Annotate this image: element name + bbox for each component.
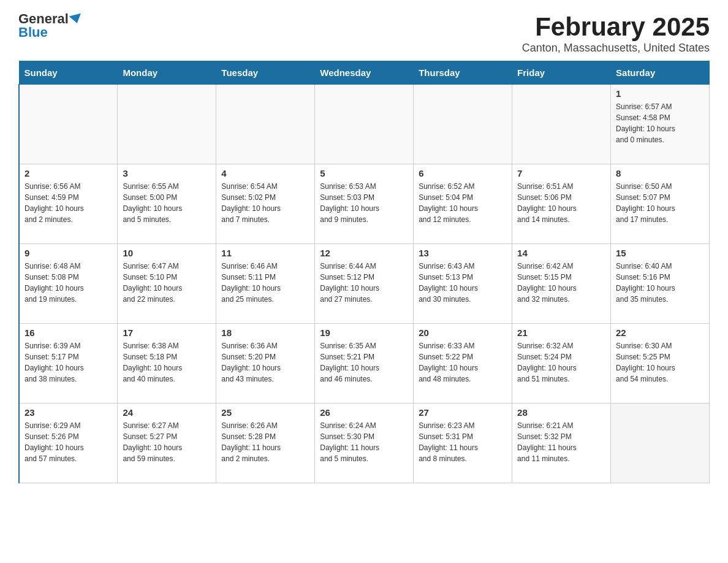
- day-number: 14: [517, 248, 605, 258]
- logo-blue-text: Blue: [18, 26, 48, 39]
- day-info: Sunrise: 6:57 AM Sunset: 4:58 PM Dayligh…: [616, 101, 704, 145]
- calendar-cell: 19Sunrise: 6:35 AM Sunset: 5:21 PM Dayli…: [315, 324, 414, 404]
- day-info: Sunrise: 6:36 AM Sunset: 5:20 PM Dayligh…: [221, 340, 309, 385]
- day-info: Sunrise: 6:56 AM Sunset: 4:59 PM Dayligh…: [25, 181, 112, 225]
- calendar-cell: 16Sunrise: 6:39 AM Sunset: 5:17 PM Dayli…: [19, 324, 118, 404]
- day-info: Sunrise: 6:55 AM Sunset: 5:00 PM Dayligh…: [123, 181, 211, 225]
- day-number: 21: [517, 327, 605, 338]
- week-row-0: 1Sunrise: 6:57 AM Sunset: 4:58 PM Daylig…: [19, 85, 710, 164]
- day-number: 24: [123, 407, 211, 418]
- day-number: 7: [517, 168, 605, 178]
- day-number: 28: [517, 407, 605, 418]
- calendar-cell: 7Sunrise: 6:51 AM Sunset: 5:06 PM Daylig…: [512, 164, 611, 244]
- day-info: Sunrise: 6:21 AM Sunset: 5:32 PM Dayligh…: [517, 420, 605, 464]
- calendar-cell: 9Sunrise: 6:48 AM Sunset: 5:08 PM Daylig…: [19, 244, 118, 324]
- calendar-cell: 14Sunrise: 6:42 AM Sunset: 5:15 PM Dayli…: [512, 244, 611, 324]
- calendar-cell: [414, 85, 512, 164]
- day-info: Sunrise: 6:40 AM Sunset: 5:16 PM Dayligh…: [616, 261, 704, 305]
- calendar-cell: 21Sunrise: 6:32 AM Sunset: 5:24 PM Dayli…: [512, 324, 611, 404]
- header-cell-saturday: Saturday: [611, 61, 710, 85]
- header-cell-thursday: Thursday: [414, 61, 512, 85]
- day-info: Sunrise: 6:52 AM Sunset: 5:04 PM Dayligh…: [419, 181, 507, 225]
- day-info: Sunrise: 6:44 AM Sunset: 5:12 PM Dayligh…: [320, 261, 408, 305]
- header-cell-friday: Friday: [512, 61, 611, 85]
- calendar-body: 1Sunrise: 6:57 AM Sunset: 4:58 PM Daylig…: [19, 85, 710, 483]
- day-info: Sunrise: 6:33 AM Sunset: 5:22 PM Dayligh…: [419, 340, 507, 385]
- calendar-cell: 6Sunrise: 6:52 AM Sunset: 5:04 PM Daylig…: [414, 164, 512, 244]
- calendar-cell: 27Sunrise: 6:23 AM Sunset: 5:31 PM Dayli…: [414, 404, 512, 483]
- logo-general-text: General: [18, 12, 69, 26]
- day-info: Sunrise: 6:48 AM Sunset: 5:08 PM Dayligh…: [25, 261, 112, 305]
- calendar-cell: [19, 85, 118, 164]
- week-row-4: 23Sunrise: 6:29 AM Sunset: 5:26 PM Dayli…: [19, 404, 710, 483]
- day-info: Sunrise: 6:47 AM Sunset: 5:10 PM Dayligh…: [123, 261, 211, 305]
- calendar-cell: 20Sunrise: 6:33 AM Sunset: 5:22 PM Dayli…: [414, 324, 512, 404]
- day-info: Sunrise: 6:51 AM Sunset: 5:06 PM Dayligh…: [517, 181, 605, 225]
- day-number: 20: [419, 327, 507, 338]
- calendar-header: SundayMondayTuesdayWednesdayThursdayFrid…: [19, 61, 710, 85]
- day-number: 3: [123, 168, 211, 178]
- calendar-table: SundayMondayTuesdayWednesdayThursdayFrid…: [18, 61, 710, 483]
- logo-triangle-icon: [69, 13, 83, 25]
- calendar-cell: 23Sunrise: 6:29 AM Sunset: 5:26 PM Dayli…: [19, 404, 118, 483]
- day-number: 10: [123, 248, 211, 258]
- day-info: Sunrise: 6:26 AM Sunset: 5:28 PM Dayligh…: [221, 420, 309, 464]
- calendar-cell: 24Sunrise: 6:27 AM Sunset: 5:27 PM Dayli…: [118, 404, 216, 483]
- calendar-cell: 13Sunrise: 6:43 AM Sunset: 5:13 PM Dayli…: [414, 244, 512, 324]
- day-number: 13: [419, 248, 507, 258]
- page-header: General Blue February 2025 Canton, Massa…: [18, 12, 710, 55]
- day-info: Sunrise: 6:32 AM Sunset: 5:24 PM Dayligh…: [517, 340, 605, 385]
- calendar-cell: [512, 85, 611, 164]
- day-info: Sunrise: 6:30 AM Sunset: 5:25 PM Dayligh…: [616, 340, 704, 385]
- calendar-cell: 1Sunrise: 6:57 AM Sunset: 4:58 PM Daylig…: [611, 85, 710, 164]
- day-number: 4: [221, 168, 309, 178]
- day-number: 16: [25, 327, 112, 338]
- day-number: 15: [616, 248, 704, 258]
- day-info: Sunrise: 6:46 AM Sunset: 5:11 PM Dayligh…: [221, 261, 309, 305]
- day-number: 12: [320, 248, 408, 258]
- calendar-cell: 5Sunrise: 6:53 AM Sunset: 5:03 PM Daylig…: [315, 164, 414, 244]
- week-row-3: 16Sunrise: 6:39 AM Sunset: 5:17 PM Dayli…: [19, 324, 710, 404]
- calendar-cell: 18Sunrise: 6:36 AM Sunset: 5:20 PM Dayli…: [216, 324, 315, 404]
- day-number: 2: [25, 168, 112, 178]
- calendar-cell: 28Sunrise: 6:21 AM Sunset: 5:32 PM Dayli…: [512, 404, 611, 483]
- calendar-cell: 3Sunrise: 6:55 AM Sunset: 5:00 PM Daylig…: [118, 164, 216, 244]
- day-info: Sunrise: 6:39 AM Sunset: 5:17 PM Dayligh…: [25, 340, 112, 385]
- day-info: Sunrise: 6:29 AM Sunset: 5:26 PM Dayligh…: [25, 420, 112, 464]
- day-info: Sunrise: 6:23 AM Sunset: 5:31 PM Dayligh…: [419, 420, 507, 464]
- day-number: 19: [320, 327, 408, 338]
- day-number: 6: [419, 168, 507, 178]
- day-number: 26: [320, 407, 408, 418]
- day-number: 22: [616, 327, 704, 338]
- day-info: Sunrise: 6:53 AM Sunset: 5:03 PM Dayligh…: [320, 181, 408, 225]
- calendar-cell: 26Sunrise: 6:24 AM Sunset: 5:30 PM Dayli…: [315, 404, 414, 483]
- calendar-cell: 25Sunrise: 6:26 AM Sunset: 5:28 PM Dayli…: [216, 404, 315, 483]
- calendar-cell: 8Sunrise: 6:50 AM Sunset: 5:07 PM Daylig…: [611, 164, 710, 244]
- day-info: Sunrise: 6:38 AM Sunset: 5:18 PM Dayligh…: [123, 340, 211, 385]
- calendar-cell: [118, 85, 216, 164]
- day-info: Sunrise: 6:54 AM Sunset: 5:02 PM Dayligh…: [221, 181, 309, 225]
- day-number: 18: [221, 327, 309, 338]
- week-row-1: 2Sunrise: 6:56 AM Sunset: 4:59 PM Daylig…: [19, 164, 710, 244]
- header-cell-sunday: Sunday: [19, 61, 118, 85]
- day-number: 9: [25, 248, 112, 258]
- month-title: February 2025: [522, 12, 710, 42]
- day-number: 23: [25, 407, 112, 418]
- day-info: Sunrise: 6:42 AM Sunset: 5:15 PM Dayligh…: [517, 261, 605, 305]
- calendar-cell: 11Sunrise: 6:46 AM Sunset: 5:11 PM Dayli…: [216, 244, 315, 324]
- day-number: 8: [616, 168, 704, 178]
- day-info: Sunrise: 6:50 AM Sunset: 5:07 PM Dayligh…: [616, 181, 704, 225]
- calendar-cell: 12Sunrise: 6:44 AM Sunset: 5:12 PM Dayli…: [315, 244, 414, 324]
- header-row: SundayMondayTuesdayWednesdayThursdayFrid…: [19, 61, 710, 85]
- day-number: 25: [221, 407, 309, 418]
- day-number: 5: [320, 168, 408, 178]
- location-text: Canton, Massachusetts, United States: [522, 42, 710, 55]
- day-info: Sunrise: 6:35 AM Sunset: 5:21 PM Dayligh…: [320, 340, 408, 385]
- day-number: 27: [419, 407, 507, 418]
- calendar-cell: [315, 85, 414, 164]
- calendar-cell: 22Sunrise: 6:30 AM Sunset: 5:25 PM Dayli…: [611, 324, 710, 404]
- day-info: Sunrise: 6:27 AM Sunset: 5:27 PM Dayligh…: [123, 420, 211, 464]
- calendar-cell: 4Sunrise: 6:54 AM Sunset: 5:02 PM Daylig…: [216, 164, 315, 244]
- calendar-cell: [611, 404, 710, 483]
- header-cell-wednesday: Wednesday: [315, 61, 414, 85]
